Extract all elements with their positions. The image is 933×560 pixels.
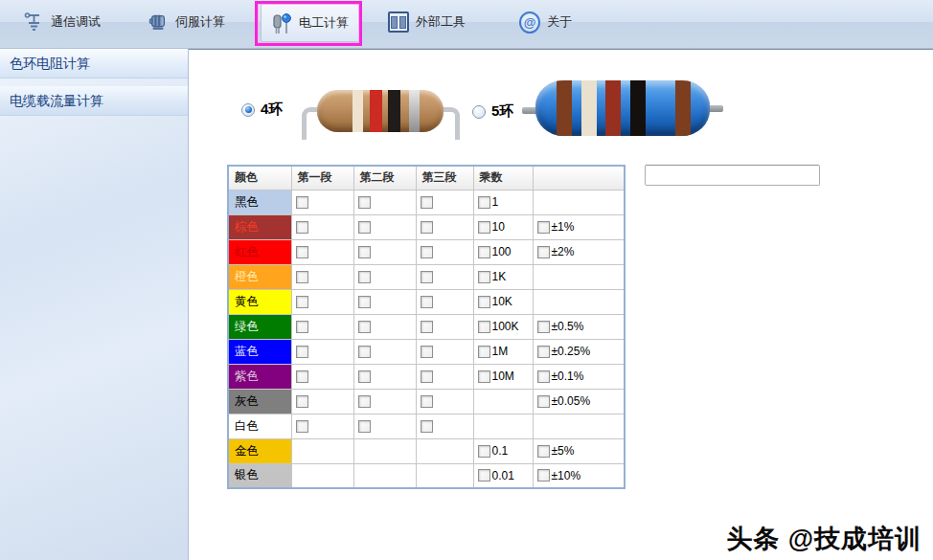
segment-checkbox[interactable]: [358, 395, 371, 408]
segment-checkbox[interactable]: [421, 271, 433, 283]
segment-cell: [416, 214, 473, 239]
ring-option-label: 4环: [261, 101, 283, 119]
result-input[interactable]: [645, 165, 820, 186]
segment-checkbox[interactable]: [421, 221, 433, 234]
ring-option-5[interactable]: 5环: [472, 102, 513, 121]
toolbar-button-comm-debug[interactable]: 通信调试: [13, 4, 110, 40]
segment-checkbox[interactable]: [296, 370, 308, 383]
segment-cell: [353, 289, 416, 314]
radio-5-ring[interactable]: [472, 105, 486, 119]
segment-checkbox[interactable]: [421, 420, 433, 433]
table-row: 紫色10M±0.1%: [228, 364, 625, 389]
segment-cell: [291, 264, 353, 289]
sidebar: 色环电阻计算 电缆载流量计算: [0, 49, 189, 560]
tolerance-cell: ±0.05%: [533, 389, 625, 414]
tolerance-cell: ±10%: [533, 463, 625, 488]
color-name-cell: 蓝色: [228, 339, 291, 364]
tolerance-checkbox[interactable]: [537, 445, 550, 458]
segment-checkbox[interactable]: [296, 395, 308, 408]
components-icon: [271, 11, 292, 34]
segment-checkbox[interactable]: [358, 221, 371, 234]
segment-checkbox[interactable]: [421, 321, 433, 333]
multiplier-checkbox[interactable]: [478, 196, 490, 209]
ring-option-4[interactable]: 4环: [241, 101, 283, 119]
sidebar-item-cable-capacity-calc[interactable]: 电缆载流量计算: [0, 86, 188, 116]
segment-checkbox[interactable]: [358, 346, 371, 358]
tolerance-label: ±1%: [552, 220, 575, 234]
resistor-body: [317, 90, 444, 132]
segment-checkbox[interactable]: [358, 296, 371, 308]
multiplier-checkbox[interactable]: [478, 346, 490, 358]
segment-cell: [416, 414, 473, 438]
radio-4-ring[interactable]: [241, 103, 255, 117]
multiplier-checkbox[interactable]: [478, 296, 490, 308]
multiplier-checkbox[interactable]: [478, 469, 490, 482]
segment-checkbox[interactable]: [296, 271, 308, 283]
toolbar-button-electric-calc[interactable]: 电工计算: [261, 4, 359, 42]
segment-checkbox[interactable]: [296, 346, 308, 358]
segment-checkbox[interactable]: [296, 296, 308, 308]
sidebar-item-resistor-calc[interactable]: 色环电阻计算: [0, 49, 188, 78]
segment-checkbox[interactable]: [421, 370, 433, 383]
segment-cell: [353, 339, 416, 364]
tolerance-checkbox[interactable]: [537, 370, 550, 383]
tolerance-checkbox[interactable]: [537, 346, 550, 358]
toolbar-button-label: 外部工具: [416, 13, 466, 31]
multiplier-cell: 1M: [473, 339, 533, 364]
tolerance-cell: ±0.1%: [533, 364, 625, 389]
color-name-cell: 紫色: [228, 364, 291, 389]
segment-cell: [416, 463, 473, 488]
segment-cell: [291, 438, 353, 463]
segment-cell: [416, 289, 473, 314]
segment-checkbox[interactable]: [296, 420, 308, 433]
tolerance-checkbox[interactable]: [537, 469, 550, 482]
multiplier-label: 1M: [492, 345, 509, 358]
multiplier-cell: 100K: [473, 314, 533, 339]
segment-checkbox[interactable]: [296, 321, 308, 333]
tolerance-checkbox[interactable]: [537, 246, 550, 258]
toolbar-button-about[interactable]: @ 关于: [510, 4, 581, 40]
toolbar-button-servo-calc[interactable]: 伺服计算: [138, 4, 235, 40]
at-icon: @: [519, 11, 540, 34]
segment-cell: [353, 364, 416, 389]
toolbar-button-external-tools[interactable]: 外部工具: [378, 4, 475, 40]
multiplier-checkbox[interactable]: [478, 221, 490, 234]
segment-checkbox[interactable]: [421, 196, 433, 209]
multiplier-cell: 0.1: [473, 438, 533, 463]
segment-checkbox[interactable]: [358, 196, 371, 209]
segment-checkbox[interactable]: [421, 346, 433, 358]
segment-checkbox[interactable]: [358, 321, 371, 333]
segment-checkbox[interactable]: [358, 246, 371, 258]
table-row: 白色: [228, 414, 625, 438]
segment-checkbox[interactable]: [296, 196, 308, 209]
segment-checkbox[interactable]: [421, 296, 433, 308]
col-header-segment-1: 第一段: [291, 166, 353, 190]
panel-icon: [388, 11, 409, 34]
segment-cell: [291, 339, 353, 364]
tolerance-label: ±2%: [552, 245, 575, 258]
segment-checkbox[interactable]: [358, 271, 371, 283]
segment-cell: [353, 463, 416, 488]
segment-checkbox[interactable]: [421, 395, 433, 408]
multiplier-checkbox[interactable]: [478, 246, 490, 258]
segment-checkbox[interactable]: [296, 246, 308, 258]
multiplier-label: 1K: [492, 270, 507, 283]
segment-cell: [416, 190, 473, 214]
segment-checkbox[interactable]: [358, 420, 371, 433]
multiplier-checkbox[interactable]: [478, 445, 490, 458]
tolerance-checkbox[interactable]: [537, 221, 550, 234]
multiplier-label: 10: [492, 220, 505, 234]
tolerance-checkbox[interactable]: [537, 395, 550, 408]
multiplier-label: 10K: [492, 295, 512, 308]
multiplier-checkbox[interactable]: [478, 370, 490, 383]
toolbar-button-label: 伺服计算: [175, 13, 225, 31]
segment-cell: [416, 438, 473, 463]
multiplier-checkbox[interactable]: [478, 321, 490, 333]
segment-checkbox[interactable]: [358, 370, 371, 383]
table-row: 绿色100K±0.5%: [228, 314, 625, 339]
multiplier-checkbox[interactable]: [478, 271, 490, 283]
tolerance-checkbox[interactable]: [537, 321, 550, 333]
segment-checkbox[interactable]: [421, 246, 433, 258]
color-name-cell: 灰色: [228, 389, 291, 414]
segment-checkbox[interactable]: [296, 221, 308, 234]
